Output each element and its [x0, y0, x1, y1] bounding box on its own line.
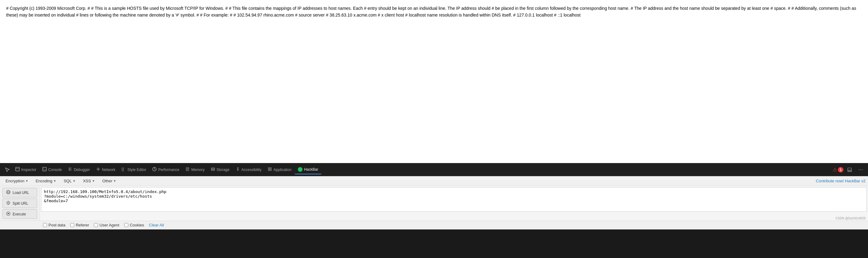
devtools-toolbar: Inspector Console [0, 163, 868, 176]
hackbar-url-area: http://192.168.109.100/MetInfo5.0.4/abou… [40, 186, 868, 221]
application-icon [268, 167, 272, 172]
load-url-icon [6, 190, 11, 195]
hackbar-bottom: Post data Referer User Agent Cookies Cle… [0, 221, 868, 229]
xss-arrow: ▼ [92, 179, 95, 183]
sql-menu[interactable]: SQL ▼ [60, 177, 79, 184]
error-indicator: ⚠ 1 [833, 167, 843, 173]
network-icon [96, 167, 100, 172]
tab-memory[interactable]: Memory [182, 165, 208, 174]
error-badge: 1 [838, 167, 843, 173]
hosts-text: # Copyright (c) 1993-2009 Microsoft Corp… [6, 5, 862, 19]
other-menu[interactable]: Other ▼ [99, 177, 119, 184]
more-options-button[interactable]: ⋯ [856, 165, 866, 174]
hackbar-panel: Encryption ▼ Encoding ▼ SQL ▼ XSS ▼ Othe… [0, 176, 868, 229]
tab-style-editor[interactable]: {} Style Editor [119, 165, 149, 174]
encryption-arrow: ▼ [25, 179, 28, 183]
svg-rect-11 [848, 170, 851, 172]
split-url-button[interactable]: Split URL [2, 198, 37, 208]
svg-point-5 [237, 168, 238, 169]
debugger-icon [68, 167, 72, 172]
storage-icon [211, 167, 215, 172]
console-icon [42, 167, 46, 172]
sql-arrow: ▼ [72, 179, 75, 183]
inspector-icon [16, 167, 20, 172]
execute-icon [6, 211, 11, 217]
hackbar-body: Load URL Split URL [0, 186, 868, 221]
tab-performance[interactable]: Performance [149, 165, 182, 174]
encoding-menu[interactable]: Encoding ▼ [33, 177, 59, 184]
tab-debugger[interactable]: Debugger [65, 165, 93, 174]
performance-icon [152, 167, 157, 172]
tab-network[interactable]: Network [93, 165, 119, 174]
tab-hackbar[interactable]: HackBar [294, 165, 321, 174]
user-agent-checkbox-label[interactable]: User Agent [94, 223, 119, 227]
dock-button[interactable] [845, 165, 855, 174]
hackbar-url-input[interactable]: http://192.168.109.100/MetInfo5.0.4/abou… [41, 187, 867, 212]
contribute-link-text[interactable]: Contribute now! HackBar v2 [816, 179, 866, 183]
tab-accessibility[interactable]: Accessibility [232, 165, 265, 174]
toolbar-right: ⚠ 1 ⋯ [833, 165, 866, 174]
svg-rect-9 [270, 170, 271, 171]
memory-icon [185, 167, 190, 172]
svg-rect-8 [268, 170, 270, 171]
hackbar-menubar: Encryption ▼ Encoding ▼ SQL ▼ XSS ▼ Othe… [0, 176, 868, 186]
tab-application[interactable]: Application [265, 165, 294, 174]
post-data-checkbox[interactable] [43, 223, 47, 227]
clear-all-button[interactable]: Clear All [149, 223, 164, 227]
ellipsis-icon: ⋯ [858, 167, 863, 173]
xss-menu[interactable]: XSS ▼ [80, 177, 98, 184]
svg-rect-0 [16, 167, 19, 171]
pick-element-button[interactable] [2, 165, 12, 174]
contribute-link[interactable]: Contribute now! HackBar v2 [816, 179, 866, 183]
tab-inspector[interactable]: Inspector [12, 165, 39, 174]
svg-point-13 [7, 201, 10, 205]
cookies-checkbox-label[interactable]: Cookies [124, 223, 144, 227]
encoding-arrow: ▼ [53, 179, 57, 183]
split-url-icon [6, 200, 11, 206]
svg-marker-18 [8, 213, 9, 215]
toolbar-tabs: Inspector Console [2, 165, 321, 174]
accessibility-icon [236, 167, 240, 172]
load-url-button[interactable]: Load URL [2, 188, 37, 197]
hackbar-icon [298, 167, 303, 172]
svg-text:{}: {} [122, 167, 124, 171]
tab-storage[interactable]: Storage [208, 165, 232, 174]
svg-rect-7 [270, 168, 271, 169]
devtools-panel: Inspector Console [0, 163, 868, 258]
referer-checkbox-label[interactable]: Referer [70, 223, 89, 227]
execute-button[interactable]: Execute [2, 209, 37, 219]
style-editor-icon: {} [122, 167, 126, 172]
svg-rect-1 [43, 167, 46, 171]
content-area: # Copyright (c) 1993-2009 Microsoft Corp… [0, 0, 868, 163]
tab-console[interactable]: Console [39, 165, 65, 174]
user-agent-checkbox[interactable] [94, 223, 98, 227]
svg-rect-4 [212, 168, 215, 170]
svg-rect-6 [268, 168, 270, 169]
warning-icon: ⚠ [833, 167, 837, 173]
referer-checkbox[interactable] [70, 223, 74, 227]
svg-point-14 [8, 202, 9, 204]
watermark: CSDN @Da1N1r0929 [835, 217, 866, 220]
post-data-checkbox-label[interactable]: Post data [43, 223, 65, 227]
other-arrow: ▼ [113, 179, 116, 183]
encryption-menu[interactable]: Encryption ▼ [2, 177, 31, 184]
hackbar-sidebar: Load URL Split URL [0, 186, 40, 221]
cookies-checkbox[interactable] [124, 223, 128, 227]
